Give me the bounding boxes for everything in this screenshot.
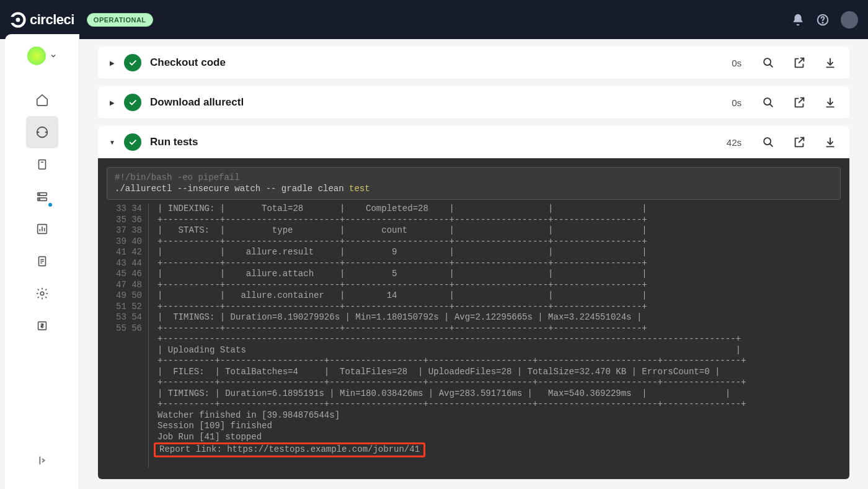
dollar-icon <box>35 319 49 333</box>
status-success-icon <box>124 133 141 151</box>
step-download-allurectl: ▶ Download allurectl 0s <box>98 86 849 119</box>
step-duration: 0s <box>732 58 742 68</box>
nav-docs[interactable] <box>26 245 58 277</box>
chevron-down-icon <box>50 52 57 60</box>
line-gutter: 33 34 35 36 37 38 39 40 41 42 43 44 45 4… <box>107 204 149 468</box>
nav-card[interactable] <box>26 148 58 181</box>
log-area: 33 34 35 36 37 38 39 40 41 42 43 44 45 4… <box>107 204 841 468</box>
step-header[interactable]: ▶ Checkout code 0s <box>98 47 849 79</box>
brand-logo[interactable]: circleci <box>10 12 74 28</box>
download-icon[interactable] <box>822 94 838 110</box>
status-success-icon <box>124 94 141 111</box>
nav-home[interactable] <box>26 84 58 116</box>
sidebar-collapse[interactable] <box>26 444 58 477</box>
nav-servers[interactable] <box>26 181 58 213</box>
step-header[interactable]: ▼ Run tests 42s <box>98 126 849 158</box>
nav-settings[interactable] <box>26 277 58 310</box>
pipeline-icon <box>35 125 49 139</box>
help-icon[interactable] <box>816 13 830 27</box>
main-content: ▶ Checkout code 0s ▶ Download allurectl <box>79 39 868 489</box>
svg-point-16 <box>764 98 771 105</box>
servers-icon <box>35 190 49 204</box>
gear-icon <box>35 287 49 300</box>
open-external-icon[interactable] <box>791 55 807 71</box>
chart-icon <box>35 222 49 236</box>
brand-name: circleci <box>30 12 74 28</box>
report-link-highlight: Report link: https://testops.example.com… <box>154 442 425 457</box>
user-avatar[interactable] <box>841 11 858 29</box>
expand-right-icon: ▶ <box>109 99 115 106</box>
topbar: circleci OPERATIONAL <box>0 0 868 39</box>
svg-point-10 <box>38 199 39 199</box>
svg-point-1 <box>16 17 20 22</box>
status-success-icon <box>124 54 141 71</box>
collapse-icon <box>35 454 49 467</box>
step-header[interactable]: ▶ Download allurectl 0s <box>98 86 849 119</box>
svg-point-13 <box>40 292 44 295</box>
shebang-line: #!/bin/bash -eo pipefail <box>115 173 833 184</box>
step-duration: 42s <box>727 137 742 148</box>
nav-pipelines[interactable] <box>26 116 58 148</box>
topbar-left: circleci OPERATIONAL <box>10 12 153 28</box>
layout: ▶ Checkout code 0s ▶ Download allurectl <box>0 39 868 489</box>
bell-icon[interactable] <box>791 13 805 27</box>
log-lines: | INDEXING: | Total=28 | Completed=28 | … <box>149 204 841 468</box>
expand-right-icon: ▶ <box>109 60 115 66</box>
nav-insights[interactable] <box>26 213 58 245</box>
home-icon <box>35 93 49 107</box>
nav-billing[interactable] <box>26 310 58 342</box>
org-avatar <box>27 47 46 65</box>
svg-point-9 <box>38 194 39 194</box>
sidebar <box>5 34 79 489</box>
card-icon <box>35 158 49 171</box>
nav-items <box>26 84 58 342</box>
step-duration: 0s <box>732 97 742 108</box>
step-checkout: ▶ Checkout code 0s <box>98 47 849 79</box>
command-box: #!/bin/bash -eo pipefail ./allurectl --i… <box>107 167 841 200</box>
search-icon[interactable] <box>760 94 776 110</box>
svg-point-17 <box>764 138 771 145</box>
expand-down-icon: ▼ <box>109 139 115 146</box>
step-title: Run tests <box>150 136 198 148</box>
topbar-right <box>791 11 858 29</box>
download-icon[interactable] <box>822 55 838 71</box>
nav-dot-indicator <box>48 203 52 207</box>
search-icon[interactable] <box>760 55 776 71</box>
download-icon[interactable] <box>822 134 838 150</box>
step-run-tests: ▼ Run tests 42s #!/bin/bash -eo pipefail… <box>98 126 849 479</box>
terminal-output: #!/bin/bash -eo pipefail ./allurectl --i… <box>98 158 849 479</box>
org-selector[interactable] <box>27 47 57 65</box>
circleci-logo-icon <box>10 12 26 28</box>
status-badge[interactable]: OPERATIONAL <box>87 13 153 27</box>
svg-rect-2 <box>10 17 14 23</box>
svg-point-4 <box>822 22 823 23</box>
open-external-icon[interactable] <box>791 134 807 150</box>
svg-point-15 <box>764 58 771 65</box>
step-title: Checkout code <box>150 56 226 69</box>
command-line: ./allurectl --insecure watch -- gradle c… <box>115 184 833 195</box>
document-icon <box>35 254 49 268</box>
step-title: Download allurectl <box>150 96 244 109</box>
search-icon[interactable] <box>760 134 776 150</box>
open-external-icon[interactable] <box>791 94 807 110</box>
svg-rect-6 <box>38 160 45 169</box>
